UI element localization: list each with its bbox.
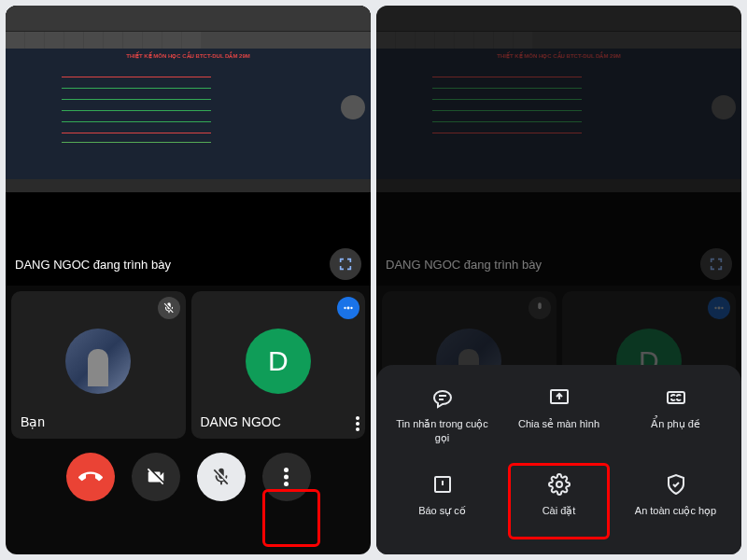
svg-rect-13 — [668, 392, 684, 403]
participant-tiles: Bạn D DANG NGOC — [6, 286, 371, 444]
end-call-button[interactable] — [66, 453, 115, 501]
sheet-settings[interactable]: Cài đặt — [502, 467, 615, 536]
svg-point-7 — [284, 475, 289, 480]
self-avatar — [65, 329, 131, 394]
camera-off-button[interactable] — [132, 453, 180, 501]
tile-more-icon[interactable] — [356, 416, 359, 431]
svg-point-1 — [347, 307, 350, 310]
presentation-area: THIẾT KẾ MÔN HỌC CẦU BTCT-DUL DẦM 29M DA… — [6, 6, 371, 286]
svg-point-10 — [718, 307, 721, 310]
mic-muted-icon — [158, 297, 180, 319]
more-options-sheet: Tin nhắn trong cuộc gọi Chia sẻ màn hình… — [376, 365, 741, 554]
svg-point-6 — [284, 468, 289, 472]
phone-left: THIẾT KẾ MÔN HỌC CẦU BTCT-DUL DẦM 29M DA… — [6, 6, 371, 554]
sheet-share-screen[interactable]: Chia sẻ màn hình — [502, 380, 615, 450]
tutorial-highlight — [262, 489, 320, 547]
phone-right: THIẾT KẾ MÔN HỌC CẦU BTCT-DUL DẦM 29M DA… — [376, 6, 741, 554]
self-name: Bạn — [21, 414, 45, 429]
shield-icon — [664, 472, 688, 497]
captions-icon — [664, 385, 688, 410]
sheet-captions[interactable]: Ẩn phụ đề — [619, 380, 732, 450]
participant-tile[interactable]: D DANG NGOC — [191, 291, 366, 439]
cad-drawing-title: THIẾT KẾ MÔN HỌC CẦU BTCT-DUL DẦM 29M — [6, 49, 371, 59]
svg-point-5 — [356, 427, 359, 431]
sheet-report[interactable]: Báo sự cố — [386, 467, 499, 536]
presentation-area: THIẾT KẾ MÔN HỌC CẦU BTCT-DUL DẦM 29M DA… — [376, 6, 741, 286]
tutorial-highlight — [508, 463, 610, 539]
report-icon — [430, 472, 455, 497]
svg-point-0 — [344, 307, 345, 309]
viewcube-icon — [341, 95, 365, 119]
svg-point-4 — [356, 422, 359, 426]
mic-off-button[interactable] — [197, 453, 246, 501]
self-tile[interactable]: Bạn — [11, 291, 186, 439]
svg-point-9 — [714, 307, 716, 309]
svg-point-3 — [356, 416, 359, 420]
participant-name: DANG NGOC — [201, 414, 281, 429]
sheet-safety[interactable]: An toàn cuộc họp — [619, 467, 732, 536]
presenter-label: DANG NGOC đang trình bày — [15, 258, 171, 272]
fullscreen-button[interactable] — [700, 248, 732, 280]
presenter-label: DANG NGOC đang trình bày — [386, 258, 542, 272]
svg-point-11 — [721, 307, 723, 309]
fullscreen-button[interactable] — [330, 248, 361, 280]
share-screen-icon — [547, 385, 571, 410]
sheet-chat[interactable]: Tin nhắn trong cuộc gọi — [386, 380, 499, 450]
svg-point-2 — [350, 307, 352, 309]
speaking-indicator-icon — [337, 297, 359, 319]
svg-point-8 — [284, 482, 289, 486]
shared-screen-content: THIẾT KẾ MÔN HỌC CẦU BTCT-DUL DẦM 29M — [6, 6, 371, 192]
participant-avatar: D — [246, 329, 311, 394]
chat-icon — [430, 385, 455, 410]
